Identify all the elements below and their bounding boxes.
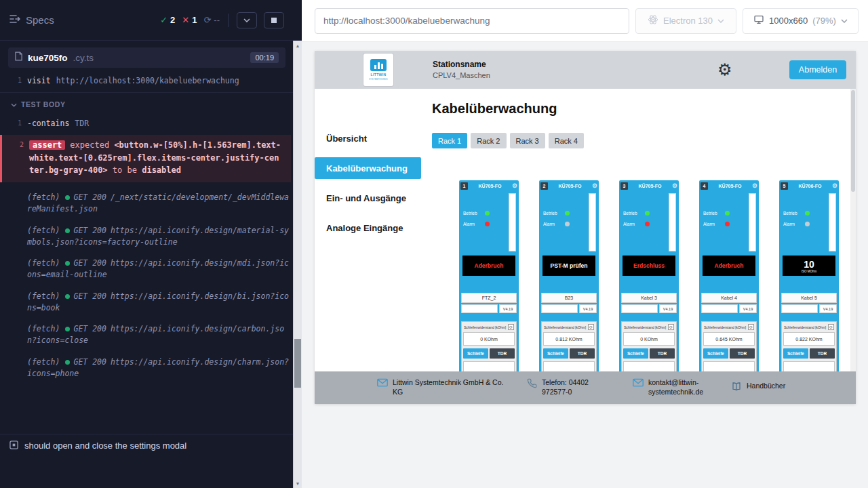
aut-stage: LITTWIN SYSTEMTECHNIK Stationsname CPLV4… (302, 42, 868, 488)
betrieb-label: Betrieb (783, 211, 801, 216)
app-under-test: LITTWIN SYSTEMTECHNIK Stationsname CPLV4… (315, 51, 856, 404)
schleife-button[interactable]: Schleife (703, 348, 728, 359)
betrieb-label: Betrieb (463, 211, 481, 216)
measurement-label: Schleifenwiderstand [kOhm] (784, 325, 826, 329)
measurement-extra-field (623, 361, 675, 371)
tdr-button[interactable]: TDR (570, 348, 595, 359)
rack-tab[interactable]: Rack 2 (471, 133, 506, 148)
scroll-down-arrow[interactable]: ▼ (294, 479, 302, 488)
fetch-tag: (fetch) (27, 258, 60, 268)
log-contains-command[interactable]: 1 -containsTDR (0, 116, 302, 134)
network-log-list: (fetch)GET 200/_next/static/development/… (0, 189, 302, 382)
phone-icon (527, 378, 537, 391)
specs-label: Specs (26, 14, 54, 26)
log-visit-command[interactable]: 1 visithttp://localhost:3000/kabelueberw… (0, 73, 302, 93)
card-number-badge: 2 (540, 182, 548, 190)
measurement-header: Schleifenwiderstand [kOhm] ⟳ (463, 323, 515, 331)
card-gear-icon[interactable]: ⚙ (672, 183, 677, 189)
refresh-icon[interactable]: ⟳ (828, 324, 834, 330)
refresh-icon[interactable]: ⟳ (668, 324, 674, 330)
test-body-section-toggle[interactable]: TEST BODY (0, 93, 302, 116)
logout-button[interactable]: Abmelden (789, 60, 846, 79)
app-scrollbar[interactable] (850, 89, 856, 371)
specs-menu-button[interactable]: Specs (9, 14, 54, 26)
fetch-status: GET 200 (73, 192, 106, 202)
browser-select[interactable]: Electron 130 (635, 8, 736, 34)
app-scrollbar-thumb[interactable] (851, 90, 855, 192)
line-number: 1 (9, 118, 22, 128)
cable-name-field: Kabel 3 (621, 293, 677, 303)
email-address[interactable]: kontakt@littwin-systemtechnik.de (648, 378, 711, 396)
card-gear-icon[interactable]: ⚙ (512, 183, 517, 189)
failed-assert-entry[interactable]: 2 assertexpected <button.w-[50%].h-[1.56… (0, 135, 291, 182)
network-log-entry[interactable]: (fetch)GET 200https://api.iconify.design… (0, 354, 302, 383)
alarm-row: Alarm (463, 222, 490, 226)
browser-toolbar: http://localhost:3000/kabelueberwachung … (302, 0, 868, 42)
book-icon (731, 382, 742, 394)
rack-tab[interactable]: Rack 3 (510, 133, 545, 148)
refresh-icon[interactable]: ⟳ (588, 324, 594, 330)
measurement-panel: Schleifenwiderstand [kOhm] ⟳ 0 KOhm Schl… (621, 321, 677, 371)
refresh-icon: ⟳ (203, 15, 211, 25)
card-gear-icon[interactable]: ⚙ (752, 183, 757, 189)
spec-file-row[interactable]: kue705fo .cy.ts 00:19 (8, 47, 285, 68)
status-ok-dot (65, 195, 70, 200)
status-ok-dot (65, 327, 70, 331)
card-model-label: KÜ706-FO (790, 184, 830, 188)
viewport-select[interactable]: 1000x660 (79%) (743, 8, 859, 34)
network-log-entry[interactable]: (fetch)GET 200https://api.iconify.design… (0, 222, 302, 251)
schleife-button[interactable]: Schleife (543, 348, 568, 359)
schleife-button[interactable]: Schleife (623, 348, 648, 359)
sidenav-item[interactable]: Analoge Eingänge (315, 217, 432, 239)
network-log-entry[interactable]: (fetch)GET 200https://api.iconify.design… (0, 321, 302, 350)
betrieb-label: Betrieb (623, 211, 641, 216)
scroll-up-arrow[interactable]: ▲ (294, 41, 302, 50)
littwin-logo: LITTWIN SYSTEMTECHNIK (363, 54, 393, 86)
network-log-entry[interactable]: (fetch)GET 200https://api.iconify.design… (0, 288, 302, 317)
fetch-status: GET 200 (73, 226, 106, 235)
measurement-panel: Schleifenwiderstand [kOhm] ⟳ 0 KOhm Schl… (461, 321, 517, 371)
stop-run-button[interactable] (264, 12, 284, 28)
resistance-value: 0.812 KOhm (543, 332, 595, 346)
tdr-button[interactable]: TDR (730, 348, 755, 359)
schleife-button[interactable]: Schleife (783, 348, 808, 359)
betrieb-led (805, 211, 810, 216)
schleife-button[interactable]: Schleife (463, 348, 488, 359)
phone-number[interactable]: Telefon: 04402 972577-0 (542, 378, 612, 396)
card-model-label: KÜ705-FO (630, 184, 670, 188)
network-log-entry[interactable]: (fetch)GET 200/_next/static/development/… (0, 189, 302, 218)
betrieb-led (565, 211, 570, 216)
device-card: 4 KÜ705-FO ⚙ Betrieb (699, 180, 759, 371)
tdr-button[interactable]: TDR (650, 348, 675, 359)
url-input[interactable]: http://localhost:3000/kabelueberwachung (315, 8, 629, 34)
rack-tab[interactable]: Rack 1 (432, 133, 467, 148)
refresh-icon[interactable]: ⟳ (508, 324, 514, 330)
network-log-entry[interactable]: (fetch)GET 200https://api.iconify.design… (0, 255, 302, 284)
refresh-icon[interactable]: ⟳ (748, 324, 754, 330)
station-label: Stationsname (433, 59, 490, 70)
alarm-row: Alarm (543, 222, 570, 226)
collapse-all-button[interactable] (237, 12, 257, 28)
scrollbar-thumb[interactable] (294, 339, 301, 388)
card-gear-icon[interactable]: ⚙ (592, 183, 597, 189)
status-text: Aderbruch (715, 262, 744, 269)
tdr-button[interactable]: TDR (810, 348, 835, 359)
sidenav-item[interactable]: Übersicht (315, 127, 432, 149)
settings-gear-icon[interactable]: ⚙ (717, 62, 732, 78)
device-card: 2 KÜ705-FO ⚙ Betrieb (539, 180, 599, 371)
reporter-scrollbar[interactable]: ▲ ▼ (293, 41, 302, 488)
manuals-link[interactable]: Handbücher (747, 382, 785, 391)
measurement-header: Schleifenwiderstand [kOhm] ⟳ (783, 323, 835, 331)
chevron-down-icon (717, 19, 724, 23)
blank-field (621, 304, 658, 313)
next-test-row[interactable]: should open and close the settings modal (0, 434, 302, 457)
rack-tab[interactable]: Rack 4 (549, 133, 584, 148)
betrieb-label: Betrieb (543, 211, 561, 216)
firmware-version: V4.19 (499, 304, 517, 313)
tdr-button[interactable]: TDR (490, 348, 515, 359)
card-gear-icon[interactable]: ⚙ (832, 183, 837, 189)
sidenav-item[interactable]: Ein- und Ausgänge (315, 187, 432, 209)
card-model-label: KÜ705-FO (710, 184, 750, 188)
sidenav-item[interactable]: Kabelüberwachung (315, 157, 421, 179)
assert-expected: expected (70, 140, 109, 150)
